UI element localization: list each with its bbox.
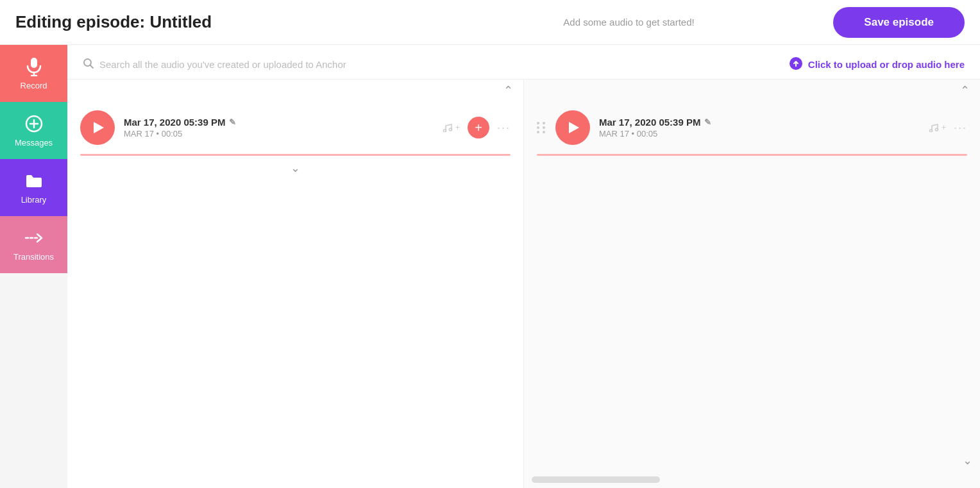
episode-play-icon bbox=[569, 122, 579, 133]
search-icon bbox=[83, 58, 94, 71]
sidebar-item-messages-label: Messages bbox=[15, 138, 53, 147]
two-columns: ⌃ Mar 17, 2020 05:39 PM ✎ MAR 17 bbox=[67, 80, 980, 488]
audio-date: MAR 17 • 00:05 bbox=[124, 129, 434, 139]
episode-title: Mar 17, 2020 05:39 PM ✎ bbox=[599, 117, 920, 128]
episode-panel-top: ⌃ bbox=[524, 80, 980, 101]
upload-label: Click to upload or drop audio here bbox=[808, 59, 965, 70]
chevron-down-button[interactable]: ⌄ bbox=[291, 161, 300, 175]
search-box: Search all the audio you've created or u… bbox=[83, 58, 346, 71]
sidebar-item-record[interactable]: Record bbox=[0, 45, 67, 102]
episode-more-options-button[interactable]: ··· bbox=[954, 121, 967, 135]
drag-handle[interactable] bbox=[537, 122, 546, 133]
plus-circle-icon bbox=[24, 114, 44, 134]
episode-panel-bottom: ⌄ bbox=[524, 448, 980, 473]
svg-point-11 bbox=[449, 128, 452, 131]
svg-point-13 bbox=[935, 128, 938, 131]
play-triangle-icon bbox=[94, 122, 104, 133]
audio-card: Mar 17, 2020 05:39 PM ✎ MAR 17 • 00:05 bbox=[67, 101, 523, 154]
transitions-icon bbox=[24, 228, 44, 248]
library-panel-top: ⌃ bbox=[67, 80, 523, 101]
episode-card: Mar 17, 2020 05:39 PM ✎ MAR 17 • 00:05 bbox=[524, 101, 980, 154]
panel-bottom: ⌄ bbox=[67, 156, 523, 180]
svg-line-8 bbox=[90, 65, 94, 69]
sidebar-item-transitions-label: Transitions bbox=[13, 252, 54, 262]
header: Editing episode: Untitled Add some audio… bbox=[0, 0, 980, 45]
search-input[interactable]: Search all the audio you've created or u… bbox=[99, 59, 346, 70]
sidebar-item-transitions[interactable]: Transitions bbox=[0, 216, 67, 273]
add-to-episode-button[interactable]: + bbox=[468, 117, 489, 139]
search-upload-bar: Search all the audio you've created or u… bbox=[67, 45, 980, 80]
episode-play-button[interactable] bbox=[555, 110, 590, 145]
audio-title: Mar 17, 2020 05:39 PM ✎ bbox=[124, 117, 434, 128]
content-area: Search all the audio you've created or u… bbox=[67, 45, 980, 488]
episode-actions: + ··· bbox=[929, 121, 967, 135]
folder-icon bbox=[24, 171, 44, 191]
page-title: Editing episode: Untitled bbox=[15, 12, 425, 32]
upload-icon bbox=[789, 56, 803, 72]
episode-chevron-down-button[interactable]: ⌄ bbox=[963, 453, 972, 467]
sidebar-item-messages[interactable]: Messages bbox=[0, 102, 67, 159]
audio-actions: + + ··· bbox=[443, 117, 511, 139]
svg-point-10 bbox=[443, 130, 446, 132]
episode-chevron-up-button[interactable]: ⌃ bbox=[960, 83, 970, 97]
more-options-button[interactable]: ··· bbox=[497, 121, 511, 135]
svg-point-12 bbox=[929, 130, 932, 132]
add-music-plus: + bbox=[455, 123, 460, 132]
mic-icon bbox=[24, 56, 44, 77]
sidebar-item-library[interactable]: Library bbox=[0, 159, 67, 216]
svg-rect-0 bbox=[31, 58, 37, 68]
sidebar: Record Messages Library bbox=[0, 45, 67, 488]
episode-add-music-button[interactable]: + bbox=[929, 123, 946, 132]
chevron-up-button[interactable]: ⌃ bbox=[503, 83, 513, 97]
episode-date: MAR 17 • 00:05 bbox=[599, 129, 920, 139]
episode-edit-title-icon[interactable]: ✎ bbox=[704, 117, 711, 127]
sidebar-item-library-label: Library bbox=[21, 195, 47, 205]
play-button[interactable] bbox=[80, 110, 115, 145]
episode-scrollbar[interactable] bbox=[532, 476, 660, 483]
audio-info: Mar 17, 2020 05:39 PM ✎ MAR 17 • 00:05 bbox=[124, 117, 434, 139]
header-subtitle: Add some audio to get started! bbox=[425, 17, 834, 28]
audio-library-panel: ⌃ Mar 17, 2020 05:39 PM ✎ MAR 17 bbox=[67, 80, 524, 488]
edit-title-icon[interactable]: ✎ bbox=[229, 117, 236, 127]
upload-button[interactable]: Click to upload or drop audio here bbox=[789, 56, 965, 72]
save-episode-button[interactable]: Save episode bbox=[833, 7, 965, 38]
episode-editor-panel: ⌃ bbox=[524, 80, 980, 488]
main-layout: Record Messages Library bbox=[0, 45, 980, 488]
sidebar-item-record-label: Record bbox=[21, 81, 47, 90]
episode-audio-info: Mar 17, 2020 05:39 PM ✎ MAR 17 • 00:05 bbox=[599, 117, 920, 139]
add-music-button[interactable]: + bbox=[443, 123, 460, 132]
